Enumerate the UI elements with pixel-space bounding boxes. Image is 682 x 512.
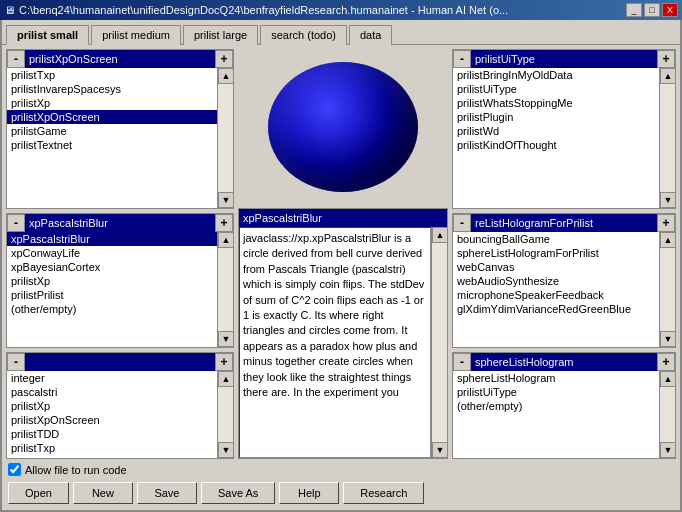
description-text[interactable]: javaclass://xp.xpPascalstriBlur is a cir… (239, 227, 431, 458)
new-button[interactable]: New (73, 482, 133, 504)
middle-right-scroll-track[interactable] (660, 248, 675, 331)
allow-run-checkbox[interactable] (8, 463, 21, 476)
bottom-left1-scrollbar[interactable]: ▲ ▼ (217, 232, 233, 347)
list-item[interactable]: prilistXp (7, 274, 217, 288)
open-button[interactable]: Open (8, 482, 69, 504)
list-item[interactable]: prilistXpOnScreen (7, 110, 217, 124)
middle-right-scroll-up[interactable]: ▲ (660, 232, 675, 248)
list-item[interactable]: prilistPrilist (7, 288, 217, 302)
list-item[interactable]: (other/empty) (7, 302, 217, 316)
list-item[interactable]: prilistUiType (453, 385, 659, 399)
top-left-list[interactable]: prilistTxpprilistInvarepSpacesysprilistX… (7, 68, 217, 208)
description-scroll-up[interactable]: ▲ (432, 227, 447, 243)
description-scroll-track[interactable] (432, 243, 447, 442)
allow-run-label[interactable]: Allow file to run code (25, 464, 127, 476)
close-button[interactable]: X (662, 3, 678, 17)
list-item[interactable]: bouncingBallGame (453, 232, 659, 246)
bottom-right-scroll-up[interactable]: ▲ (660, 371, 675, 387)
top-left-scroll-track[interactable] (218, 84, 233, 192)
bottom-right-minus-button[interactable]: - (453, 353, 471, 371)
list-item[interactable]: microphoneSpeakerFeedback (453, 288, 659, 302)
description-scroll-down[interactable]: ▼ (432, 442, 447, 458)
top-right-scroll-track[interactable] (660, 84, 675, 192)
top-right-minus-button[interactable]: - (453, 50, 471, 68)
bottom-left-panel1-label: xpPascalstriBlur (25, 214, 215, 232)
list-item[interactable]: xpConwayLife (7, 246, 217, 260)
top-left-minus-button[interactable]: - (7, 50, 25, 68)
list-item[interactable]: prilistTxp (7, 441, 217, 455)
top-right-list[interactable]: prilistBringInMyOldDataprilistUiTypepril… (453, 68, 659, 208)
bottom-left1-scroll-track[interactable] (218, 248, 233, 331)
list-item[interactable]: prilistXp (7, 399, 217, 413)
tab-prilist-small[interactable]: prilist small (6, 25, 89, 45)
save-as-button[interactable]: Save As (201, 482, 275, 504)
top-left-scroll-down[interactable]: ▼ (218, 192, 233, 208)
list-item[interactable]: prilistPlugin (453, 110, 659, 124)
bottom-left2-list[interactable]: integerpascalstriprilistXpprilistXpOnScr… (7, 371, 217, 458)
list-item[interactable]: prilistXpOnScreen (7, 413, 217, 427)
maximize-button[interactable]: □ (644, 3, 660, 17)
bottom-left2-plus-button[interactable]: + (215, 353, 233, 371)
top-right-scroll-up[interactable]: ▲ (660, 68, 675, 84)
top-left-scroll-up[interactable]: ▲ (218, 68, 233, 84)
list-item[interactable]: webCanvas (453, 260, 659, 274)
bottom-left2-scroll-up[interactable]: ▲ (218, 371, 233, 387)
list-item[interactable]: prilistUiType (453, 82, 659, 96)
top-right-plus-button[interactable]: + (657, 50, 675, 68)
list-item[interactable]: xpBayesianCortex (7, 260, 217, 274)
bottom-right-scrollbar[interactable]: ▲ ▼ (659, 371, 675, 458)
bottom-left2-scroll-down[interactable]: ▼ (218, 442, 233, 458)
list-item[interactable]: prilistBringInMyOldData (453, 68, 659, 82)
bottom-right-scroll-down[interactable]: ▼ (660, 442, 675, 458)
list-item[interactable]: glXdimYdimVarianceRedGreenBlue (453, 302, 659, 316)
list-item[interactable]: xpPascalstriBlur (7, 232, 217, 246)
middle-right-scroll-down[interactable]: ▼ (660, 331, 675, 347)
middle-right-list[interactable]: bouncingBallGamesphereListHologramForPri… (453, 232, 659, 347)
list-item[interactable]: prilistXp (7, 96, 217, 110)
list-item[interactable]: sphereListHologramForPrilist (453, 246, 659, 260)
list-item[interactable]: prilistWd (453, 124, 659, 138)
list-item[interactable]: prilistTDD (7, 427, 217, 441)
list-item[interactable]: integer (7, 371, 217, 385)
top-left-plus-button[interactable]: + (215, 50, 233, 68)
description-scrollbar[interactable]: ▲ ▼ (431, 227, 447, 458)
minimize-button[interactable]: _ (626, 3, 642, 17)
research-button[interactable]: Research (343, 482, 424, 504)
bottom-left1-scroll-down[interactable]: ▼ (218, 331, 233, 347)
tab-search-todo[interactable]: search (todo) (260, 25, 347, 45)
title-bar-text: C:\benq24\humanainet\unifiedDesignDocQ24… (19, 4, 626, 16)
tab-prilist-large[interactable]: prilist large (183, 25, 258, 45)
bottom-left2-minus-button[interactable]: - (7, 353, 25, 371)
bottom-right-list[interactable]: sphereListHologramprilistUiType(other/em… (453, 371, 659, 458)
top-right-scroll-down[interactable]: ▼ (660, 192, 675, 208)
bottom-left1-plus-button[interactable]: + (215, 214, 233, 232)
middle-right-scrollbar[interactable]: ▲ ▼ (659, 232, 675, 347)
list-item[interactable]: prilistKindOfThought (453, 138, 659, 152)
balloon-area (238, 49, 448, 204)
bottom-right-plus-button[interactable]: + (657, 353, 675, 371)
tab-data[interactable]: data (349, 25, 392, 45)
save-button[interactable]: Save (137, 482, 197, 504)
list-item[interactable]: pascalstri (7, 385, 217, 399)
top-left-scrollbar[interactable]: ▲ ▼ (217, 68, 233, 208)
middle-right-minus-button[interactable]: - (453, 214, 471, 232)
list-item[interactable]: prilistTxp (7, 68, 217, 82)
list-item[interactable]: webAudioSynthesize (453, 274, 659, 288)
help-button[interactable]: Help (279, 482, 339, 504)
list-item[interactable]: prilistWhatsStoppingMe (453, 96, 659, 110)
list-item[interactable]: prilistInvarepSpacesys (7, 82, 217, 96)
bottom-left1-scroll-up[interactable]: ▲ (218, 232, 233, 248)
bottom-left2-scrollbar[interactable]: ▲ ▼ (217, 371, 233, 458)
bottom-left-panel2-header: - + (7, 353, 233, 371)
tab-prilist-medium[interactable]: prilist medium (91, 25, 181, 45)
list-item[interactable]: prilistGame (7, 124, 217, 138)
top-right-scrollbar[interactable]: ▲ ▼ (659, 68, 675, 208)
middle-right-plus-button[interactable]: + (657, 214, 675, 232)
list-item[interactable]: sphereListHologram (453, 371, 659, 385)
bottom-left2-scroll-track[interactable] (218, 387, 233, 442)
list-item[interactable]: (other/empty) (453, 399, 659, 413)
bottom-right-scroll-track[interactable] (660, 387, 675, 442)
list-item[interactable]: prilistTextnet (7, 138, 217, 152)
bottom-left1-minus-button[interactable]: - (7, 214, 25, 232)
bottom-left1-list[interactable]: xpPascalstriBlurxpConwayLifexpBayesianCo… (7, 232, 217, 347)
